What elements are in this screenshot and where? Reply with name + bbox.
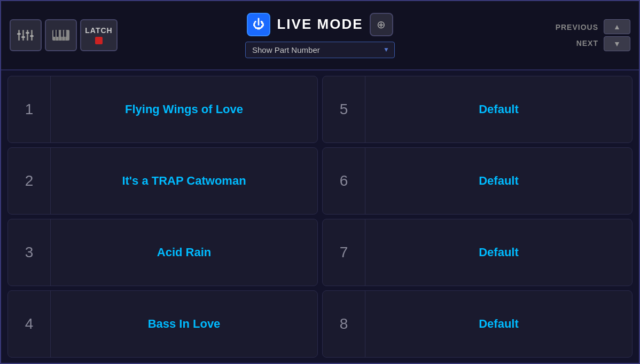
zoom-icon: ⊕ [377, 18, 386, 31]
item-number-4: 4 [8, 291, 51, 357]
item-number-3: 3 [8, 219, 51, 286]
live-mode-row: ⏻ LIVE MODE ⊕ [247, 13, 393, 36]
item-title-3: Acid Rain [51, 246, 317, 259]
zoom-button[interactable]: ⊕ [370, 13, 393, 36]
item-title-5: Default [365, 102, 632, 116]
latch-button[interactable]: LATCH [80, 19, 118, 51]
item-title-1: Flying Wings of Love [51, 102, 317, 116]
next-label: NEXT [576, 39, 598, 48]
live-mode-title: LIVE MODE [277, 16, 363, 33]
item-number-2: 2 [8, 148, 51, 214]
nav-arrows: ▲ ▼ [604, 19, 630, 51]
grid-item-5[interactable]: 5 Default [322, 76, 633, 143]
grid-item-8[interactable]: 8 Default [322, 290, 633, 358]
song-grid: 1 Flying Wings of Love 5 Default 2 It's … [1, 70, 639, 363]
grid-item-2[interactable]: 2 It's a TRAP Catwoman [7, 147, 318, 215]
show-part-wrapper[interactable]: Show Part Number Show Part Name Show Bot… [245, 42, 395, 58]
power-button[interactable]: ⏻ [247, 13, 270, 36]
grid-item-6[interactable]: 6 Default [322, 147, 633, 215]
show-part-select[interactable]: Show Part Number Show Part Name Show Bot… [245, 42, 395, 58]
header: LATCH ⏻ LIVE MODE ⊕ Show Part Number Sho… [1, 1, 639, 70]
svg-rect-9 [53, 30, 56, 37]
mixer-button[interactable] [10, 19, 42, 51]
svg-rect-0 [18, 30, 20, 41]
item-number-5: 5 [323, 76, 365, 143]
next-arrow[interactable]: ▼ [604, 36, 630, 51]
toolbar-left: LATCH [10, 19, 118, 51]
grid-item-7[interactable]: 7 Default [322, 219, 633, 286]
item-number-7: 7 [323, 219, 365, 286]
item-title-8: Default [365, 317, 632, 331]
latch-indicator [95, 37, 103, 44]
item-title-7: Default [365, 246, 632, 259]
item-title-6: Default [365, 174, 632, 188]
svg-rect-5 [21, 36, 25, 38]
nav-labels: PREVIOUS NEXT [556, 23, 598, 48]
previous-arrow[interactable]: ▲ [604, 19, 630, 34]
item-title-2: It's a TRAP Catwoman [51, 174, 317, 188]
item-title-4: Bass In Love [51, 317, 317, 331]
svg-rect-6 [26, 32, 29, 34]
svg-rect-2 [27, 30, 28, 41]
item-number-1: 1 [8, 76, 51, 143]
svg-rect-4 [17, 33, 21, 35]
svg-rect-10 [57, 30, 59, 37]
latch-label: LATCH [85, 26, 112, 35]
piano-button[interactable] [45, 19, 77, 51]
previous-label: PREVIOUS [556, 23, 598, 31]
piano-icon [51, 26, 71, 45]
power-icon: ⏻ [253, 19, 264, 30]
grid-item-3[interactable]: 3 Acid Rain [7, 219, 318, 286]
svg-rect-1 [22, 30, 24, 41]
grid-item-1[interactable]: 1 Flying Wings of Love [7, 76, 318, 143]
svg-rect-7 [30, 35, 34, 37]
mixer-icon [16, 26, 35, 45]
header-right: PREVIOUS NEXT ▲ ▼ [556, 19, 630, 51]
header-center: ⏻ LIVE MODE ⊕ Show Part Number Show Part… [245, 13, 395, 58]
item-number-8: 8 [323, 291, 365, 357]
item-number-6: 6 [323, 148, 365, 214]
grid-item-4[interactable]: 4 Bass In Love [7, 290, 318, 358]
